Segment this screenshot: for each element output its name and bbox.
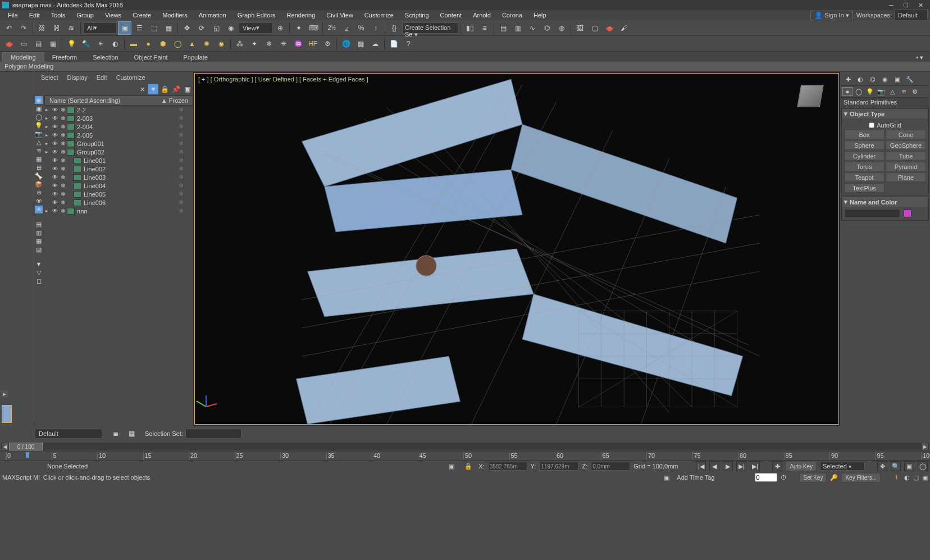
primitive-torus-button[interactable]: Torus (844, 162, 885, 171)
menu-scripting[interactable]: Scripting (399, 11, 435, 20)
menu-tools[interactable]: Tools (45, 11, 71, 20)
omni-light-button[interactable]: ☀ (94, 37, 107, 51)
current-frame-input[interactable] (755, 473, 777, 482)
freeze-icon[interactable]: ❄ (59, 208, 67, 215)
sun-prim-button[interactable]: ✺ (200, 37, 213, 51)
render-last-button[interactable]: 🖌 (617, 21, 631, 35)
time-slider-handle[interactable]: 0 / 100 (9, 443, 43, 450)
visibility-icon[interactable]: 👁 (51, 199, 59, 206)
cp-lights-cat[interactable]: 💡 (865, 87, 875, 96)
menu-arnold[interactable]: Arnold (467, 11, 496, 20)
menu-create[interactable]: Create (127, 11, 157, 20)
cp-modify-set[interactable]: ◐ (855, 74, 866, 84)
autogrid-checkbox[interactable] (869, 122, 874, 128)
visibility-icon[interactable]: 👁 (51, 183, 59, 189)
rendered-frame-button[interactable]: ▢ (588, 21, 601, 35)
select-object-button[interactable]: ▣ (118, 21, 131, 35)
primitive-teapot-button[interactable]: Teapot (844, 172, 885, 182)
primitive-pyramid-button[interactable]: Pyramid (886, 162, 926, 171)
align-button[interactable]: ≡ (478, 21, 491, 35)
nav-zoomext-button[interactable]: ▣ (904, 461, 914, 471)
nav-minmax-button[interactable]: ▣ (922, 474, 928, 481)
se-filter-geometry[interactable]: ▣ (35, 104, 43, 112)
menu-file[interactable]: File (2, 11, 24, 20)
coord-z-input[interactable] (591, 462, 630, 471)
visibility-icon[interactable]: 👁 (51, 132, 59, 139)
select-manipulate-button[interactable]: ✦ (292, 21, 306, 35)
maximize-button[interactable]: ☐ (899, 1, 913, 9)
viewport[interactable]: [ + ] [ Orthographic ] [ User Defined ] … (194, 73, 839, 425)
expand-icon[interactable]: ▸ (45, 133, 51, 138)
goto-end-button[interactable]: ▶| (750, 461, 760, 471)
visibility-icon[interactable]: 👁 (51, 107, 59, 113)
cp-spacewarps-cat[interactable]: ≋ (899, 87, 909, 96)
particle-button[interactable]: ⁂ (233, 37, 247, 51)
sky-button[interactable]: ☁ (368, 37, 382, 51)
maxscript-listener[interactable]: MAXScript Mi (2, 474, 40, 481)
bind-button[interactable]: ≋ (65, 21, 78, 35)
close-button[interactable]: ✕ (913, 1, 928, 9)
help-button[interactable]: ? (402, 37, 415, 51)
se-col-name[interactable]: Name (Sorted Ascending) (47, 97, 159, 104)
reference-coord-dropdown[interactable]: View ▾ (239, 22, 272, 34)
placement-button[interactable]: ◉ (224, 21, 238, 35)
geosphere-prim-button[interactable]: ◉ (215, 37, 228, 51)
nav-max-button[interactable]: ▢ (913, 474, 919, 481)
select-by-name-button[interactable]: ☰ (133, 21, 146, 35)
cylinder-prim-button[interactable]: ⬢ (156, 37, 170, 51)
se-sort-2[interactable]: ▽ (35, 268, 43, 276)
visibility-icon[interactable]: 👁 (51, 149, 59, 156)
viewport-label[interactable]: [ + ] [ Orthographic ] [ User Defined ] … (198, 76, 368, 83)
unlink-button[interactable]: ⛓̸ (50, 21, 63, 35)
render-button[interactable]: 🫖 (603, 21, 616, 35)
freeze-icon[interactable]: ❄ (59, 183, 67, 189)
menu-graph-editors[interactable]: Graph Editors (232, 11, 281, 20)
window-crossing-button[interactable]: ▦ (162, 21, 175, 35)
box-prim-button[interactable]: ▬ (127, 37, 140, 51)
visibility-icon[interactable]: 👁 (51, 140, 59, 147)
panel-button[interactable]: ▭ (17, 37, 30, 51)
material-editor-button[interactable]: ◍ (555, 21, 568, 35)
freeze-icon[interactable]: ❄ (59, 107, 67, 113)
se-filter-spacewarps[interactable]: ≋ (35, 147, 43, 154)
layers-button[interactable]: ≣ (109, 427, 122, 440)
scene-explorer-row[interactable]: 👁❄Line003❄ (44, 173, 193, 181)
add-time-tag-label[interactable]: Add Time Tag (677, 474, 714, 481)
workspace-dropdown[interactable]: Default (894, 10, 928, 21)
se-filter-hidden[interactable]: 👁 (35, 197, 43, 205)
menu-civil-view[interactable]: Civil View (321, 11, 358, 20)
time-config-button[interactable]: ⏱ (781, 474, 787, 481)
cp-motion-set[interactable]: ◉ (879, 74, 891, 84)
undo-button[interactable]: ↶ (2, 21, 16, 35)
ribbon-tab-object-paint[interactable]: Object Paint (126, 53, 176, 62)
viewcube[interactable] (794, 79, 827, 113)
freeze-icon[interactable]: ❄ (59, 124, 67, 130)
scene-explorer-row[interactable]: ▸👁❄2-2❄ (44, 106, 193, 114)
keyboard-toggle-button[interactable]: ⌨ (307, 21, 320, 35)
cp-display-set[interactable]: ▣ (892, 74, 903, 84)
nav-orbit-button[interactable]: ◯ (918, 461, 928, 471)
menu-rendering[interactable]: Rendering (281, 11, 321, 20)
object-color-swatch[interactable] (904, 210, 911, 217)
key-mode-button[interactable]: ✚ (772, 461, 782, 471)
mini-expand-button[interactable]: ▸ (1, 390, 8, 397)
visibility-icon[interactable]: 👁 (51, 208, 59, 215)
se-filter-eye[interactable]: 👁 (35, 206, 43, 213)
se-sort-3[interactable]: ◻ (35, 277, 43, 285)
se-view-button[interactable]: ▣ (182, 84, 192, 94)
ribbon-tab-selection[interactable]: Selection (85, 53, 126, 62)
freeze-icon[interactable]: ❄ (59, 149, 67, 156)
primitive-cone-button[interactable]: Cone (886, 130, 926, 139)
scene-explorer-list[interactable]: ▸👁❄2-2❄▸👁❄2-003❄▸👁❄2-004❄▸👁❄2-005❄▸👁❄Gro… (44, 106, 193, 426)
time-prev-button[interactable]: ◀ (1, 443, 9, 450)
scene-explorer-row[interactable]: ▸👁❄2-003❄ (44, 114, 193, 122)
play-button[interactable]: ▶ (723, 461, 733, 471)
time-key-marker[interactable] (26, 452, 29, 458)
visibility-icon[interactable]: 👁 (51, 115, 59, 122)
link-button[interactable]: ⛓ (35, 21, 49, 35)
percent-snap-button[interactable]: % (354, 21, 368, 35)
se-display-2[interactable]: ▥ (35, 229, 43, 236)
panel2-button[interactable]: ▤ (31, 37, 45, 51)
se-filter-cameras[interactable]: 📷 (35, 130, 43, 138)
setkey-button[interactable]: Set Key (799, 473, 827, 482)
